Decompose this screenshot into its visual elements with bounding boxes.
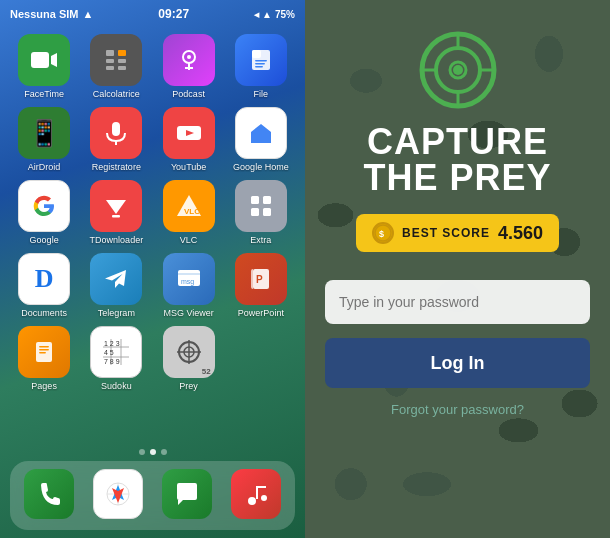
svg-rect-27 <box>263 196 271 204</box>
app-extra[interactable]: Extra <box>230 180 292 245</box>
svg-rect-6 <box>106 66 114 70</box>
svg-rect-38 <box>39 352 46 354</box>
app-google-home[interactable]: Google Home <box>230 107 292 172</box>
app-msg-label: MSG Viewer <box>159 308 219 318</box>
page-dots <box>0 449 305 455</box>
svg-rect-0 <box>31 52 49 68</box>
app-file[interactable]: File <box>230 34 292 99</box>
app-documents-label: Documents <box>14 308 74 318</box>
svg-point-66 <box>453 65 463 75</box>
status-carrier: Nessuna SIM ▲ <box>10 8 93 20</box>
svg-rect-17 <box>112 122 120 136</box>
dock-messages[interactable] <box>156 469 218 522</box>
login-button[interactable]: Log In <box>325 338 590 388</box>
dot-1 <box>139 449 145 455</box>
best-score-value: 4.560 <box>498 223 543 244</box>
app-row-4: D Documents Telegram msg <box>8 253 297 318</box>
ios-home-screen: Nessuna SIM ▲ 09:27 ◂ ▲ 75% FaceTime <box>0 0 305 538</box>
app-google[interactable]: Google <box>13 180 75 245</box>
svg-text:7 8 9: 7 8 9 <box>104 358 120 365</box>
app-powerpoint[interactable]: P PowerPoint <box>230 253 292 318</box>
dot-2 <box>150 449 156 455</box>
battery-icon: ▲ <box>262 9 272 20</box>
score-coin: $ <box>372 222 394 244</box>
app-row-2: 📱 AirDroid Registratore <box>8 107 297 172</box>
svg-rect-2 <box>106 50 114 56</box>
app-sudoku[interactable]: 1 2 3 4 5 7 8 9 Sudoku <box>85 326 147 391</box>
app-sudoku-label: Sudoku <box>86 381 146 391</box>
app-tdownloader[interactable]: TDownloader <box>85 180 147 245</box>
app-empty <box>230 326 292 381</box>
app-registratore[interactable]: Registratore <box>85 107 147 172</box>
app-telegram-label: Telegram <box>86 308 146 318</box>
game-title-line2: THE PREY <box>363 160 551 196</box>
svg-text:1 2 3: 1 2 3 <box>104 340 120 347</box>
battery-percent: 75% <box>275 9 295 20</box>
svg-rect-5 <box>118 59 126 63</box>
app-facetime-label: FaceTime <box>14 89 74 99</box>
status-bar: Nessuna SIM ▲ 09:27 ◂ ▲ 75% <box>0 0 305 28</box>
app-pages[interactable]: Pages <box>13 326 75 391</box>
app-pages-label: Pages <box>14 381 74 391</box>
dock-phone[interactable] <box>18 469 80 522</box>
app-facetime[interactable]: FaceTime <box>13 34 75 99</box>
app-youtube[interactable]: YouTube <box>158 107 220 172</box>
svg-text:$: $ <box>379 229 384 239</box>
svg-text:4  5: 4 5 <box>104 349 114 356</box>
app-prey-label: Prey <box>159 381 219 391</box>
app-google-home-label: Google Home <box>231 162 291 172</box>
app-registratore-label: Registratore <box>86 162 146 172</box>
svg-rect-3 <box>118 50 126 56</box>
app-podcast[interactable]: Podcast <box>158 34 220 99</box>
svg-marker-22 <box>106 200 126 214</box>
app-vlc[interactable]: VLC VLC <box>158 180 220 245</box>
best-score-label: BEST SCORE <box>402 226 490 240</box>
svg-text:P: P <box>256 274 263 285</box>
app-row-3: Google TDownloader VLC VL <box>8 180 297 245</box>
app-calc[interactable]: Calcolatrice <box>85 34 147 99</box>
svg-text:msg: msg <box>181 278 194 286</box>
game-content: CAPTURE THE PREY $ BEST SCORE 4.560 Log … <box>305 0 610 538</box>
app-google-label: Google <box>14 235 74 245</box>
svg-rect-14 <box>255 60 267 62</box>
svg-rect-29 <box>263 208 271 216</box>
status-time: 09:27 <box>158 7 189 21</box>
dock-safari[interactable] <box>87 469 149 522</box>
svg-point-56 <box>261 495 267 501</box>
game-title-line1: CAPTURE <box>363 124 551 160</box>
app-powerpoint-label: PowerPoint <box>231 308 291 318</box>
svg-rect-13 <box>252 50 261 58</box>
app-grid: FaceTime Calcolatrice <box>0 28 305 449</box>
app-row-1: FaceTime Calcolatrice <box>8 34 297 99</box>
password-input[interactable] <box>325 280 590 324</box>
app-airdroid-label: AirDroid <box>14 162 74 172</box>
app-airdroid[interactable]: 📱 AirDroid <box>13 107 75 172</box>
svg-rect-37 <box>39 349 49 351</box>
svg-rect-58 <box>256 486 266 488</box>
game-panel: CAPTURE THE PREY $ BEST SCORE 4.560 Log … <box>305 0 610 538</box>
app-documents[interactable]: D Documents <box>13 253 75 318</box>
svg-point-9 <box>187 55 191 59</box>
svg-rect-15 <box>255 63 265 65</box>
forgot-password-link[interactable]: Forgot your password? <box>391 402 524 417</box>
svg-rect-21 <box>258 137 264 143</box>
wifi-icon: ▲ <box>82 8 93 20</box>
game-title: CAPTURE THE PREY <box>363 124 551 196</box>
svg-rect-36 <box>39 346 49 348</box>
app-prey[interactable]: 52 Prey <box>158 326 220 391</box>
dock-music[interactable] <box>225 469 287 522</box>
app-youtube-label: YouTube <box>159 162 219 172</box>
app-vlc-label: VLC <box>159 235 219 245</box>
app-calc-label: Calcolatrice <box>86 89 146 99</box>
svg-rect-26 <box>251 196 259 204</box>
svg-rect-23 <box>112 215 120 218</box>
app-podcast-label: Podcast <box>159 89 219 99</box>
svg-rect-4 <box>106 59 114 63</box>
app-telegram[interactable]: Telegram <box>85 253 147 318</box>
svg-text:VLC: VLC <box>184 207 200 216</box>
status-right-area: ◂ ▲ 75% <box>254 9 295 20</box>
app-msg[interactable]: msg MSG Viewer <box>158 253 220 318</box>
dock <box>10 461 295 530</box>
app-tdownloader-label: TDownloader <box>86 235 146 245</box>
carrier-text: Nessuna SIM <box>10 8 78 20</box>
